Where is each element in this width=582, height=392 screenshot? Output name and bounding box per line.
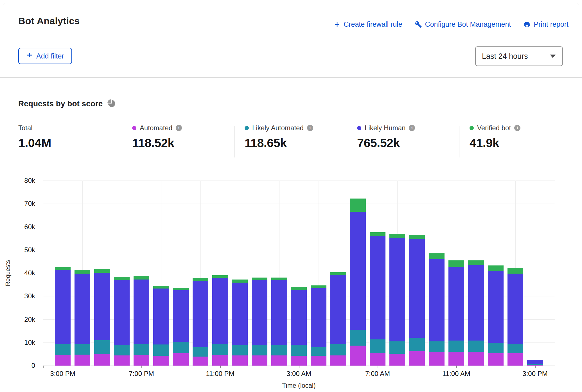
bar-segment-likely-human [271, 280, 287, 345]
stacked-bar[interactable] [507, 268, 523, 366]
create-firewall-rule-link[interactable]: Create firewall rule [334, 20, 402, 28]
bar-segment-likely-automated [527, 364, 543, 365]
bar-segment-automated [291, 356, 307, 366]
bar-segment-automated [330, 355, 346, 366]
bar-segment-verified-bot [488, 265, 504, 271]
print-report-link[interactable]: Print report [523, 20, 569, 28]
stacked-bar[interactable] [291, 287, 307, 366]
bar-segment-automated [370, 353, 385, 366]
bar-segment-automated [232, 355, 248, 366]
header-divider [0, 77, 582, 78]
bar-segment-likely-automated [75, 344, 90, 355]
stacked-bar[interactable] [232, 280, 248, 366]
x-tick-label: 3:00 PM [32, 370, 94, 378]
time-range-select[interactable]: Last 24 hours [475, 46, 563, 66]
stacked-bar[interactable] [350, 199, 366, 366]
bar-segment-verified-bot [468, 260, 484, 265]
bar-segment-likely-automated [507, 344, 523, 353]
bar-segment-automated [94, 354, 110, 366]
stacked-bar[interactable] [389, 234, 405, 366]
info-icon[interactable]: i [176, 125, 182, 131]
bar-segment-likely-human [75, 274, 90, 344]
bar-segment-automated [311, 356, 326, 366]
bar-segment-automated [488, 353, 504, 366]
bar-segment-likely-human [429, 259, 445, 342]
stat-label-row: Automatedi [132, 124, 182, 132]
bar-segment-verified-bot [389, 234, 405, 238]
stacked-bar[interactable] [75, 270, 90, 366]
bar-segment-likely-human [114, 280, 130, 345]
stacked-bar[interactable] [173, 288, 189, 366]
info-icon[interactable]: i [409, 125, 415, 131]
legend-dot [357, 126, 361, 130]
stat-value: 118.65k [245, 136, 313, 150]
stacked-bar[interactable] [330, 272, 346, 366]
stacked-bar[interactable] [409, 235, 425, 366]
bar-segment-automated [429, 352, 445, 366]
bar-segment-likely-human [389, 238, 405, 341]
add-filter-button[interactable]: Add filter [18, 48, 72, 64]
legend-dot [245, 126, 249, 130]
bar-segment-verified-bot [153, 286, 169, 289]
bar-segment-likely-automated [311, 347, 326, 356]
y-tick-label: 70k [1, 200, 35, 208]
bar-segment-verified-bot [448, 260, 464, 267]
stat-likely-human: Likely Humani765.52k [357, 124, 415, 150]
y-tick-label: 40k [1, 269, 35, 277]
add-filter-label: Add filter [36, 52, 64, 60]
page-title: Bot Analytics [18, 15, 80, 26]
bar-segment-verified-bot [370, 232, 385, 236]
stacked-bar[interactable] [94, 269, 110, 366]
bar-segment-verified-bot [114, 277, 130, 280]
bar-segment-automated [350, 346, 366, 366]
configure-bot-management-link[interactable]: Configure Bot Management [415, 20, 511, 28]
bar-segment-likely-automated [114, 345, 130, 355]
stat-automated: Automatedi118.52k [132, 124, 182, 150]
bar-segment-likely-automated [252, 345, 267, 355]
y-tick-label: 50k [1, 246, 35, 254]
bar-segment-likely-human [94, 273, 110, 340]
stacked-bar[interactable] [271, 278, 287, 366]
bar-segment-verified-bot [94, 269, 110, 273]
stat-label: Verified bot [477, 124, 511, 132]
bar-segment-verified-bot [232, 280, 248, 283]
stacked-bar[interactable] [252, 278, 267, 366]
x-axis-title: Time (local) [282, 382, 315, 389]
stacked-bar[interactable] [311, 285, 326, 366]
bar-segment-likely-automated [448, 341, 464, 352]
gridline-horizontal [43, 181, 555, 181]
gridline-horizontal [43, 204, 555, 204]
bar-segment-verified-bot [291, 287, 307, 290]
info-icon[interactable]: i [514, 125, 520, 131]
stat-label-row: Likely Automatedi [245, 124, 313, 132]
bar-segment-likely-automated [271, 345, 287, 355]
stacked-bar[interactable] [55, 267, 71, 366]
stat-total: Total1.04M [18, 124, 51, 150]
pie-chart-icon [107, 99, 116, 109]
stacked-bar[interactable] [153, 286, 169, 366]
y-tick-label: 0 [1, 362, 35, 370]
stacked-bar[interactable] [134, 276, 149, 366]
stacked-bar[interactable] [212, 275, 228, 366]
stat-label-row: Verified boti [470, 124, 520, 132]
stacked-bar[interactable] [448, 260, 464, 366]
bar-segment-likely-automated [429, 341, 445, 352]
gridline-horizontal [43, 227, 555, 227]
bar-segment-verified-bot [330, 272, 346, 275]
stat-label-row: Total [18, 124, 51, 132]
plus-icon [26, 52, 33, 60]
bar-segment-automated [448, 352, 464, 366]
axis-tick [378, 366, 378, 368]
stacked-bar[interactable] [193, 278, 208, 366]
stacked-bar[interactable] [429, 253, 445, 366]
bar-segment-verified-bot [350, 199, 366, 212]
info-icon[interactable]: i [307, 125, 313, 131]
stacked-bar[interactable] [488, 265, 504, 366]
stacked-bar[interactable] [468, 260, 484, 366]
axis-tick [43, 366, 44, 368]
stacked-bar[interactable] [370, 232, 385, 366]
stacked-bar[interactable] [527, 360, 543, 366]
y-tick-label: 30k [1, 292, 35, 300]
bar-segment-automated [252, 355, 267, 366]
stacked-bar[interactable] [114, 277, 130, 366]
